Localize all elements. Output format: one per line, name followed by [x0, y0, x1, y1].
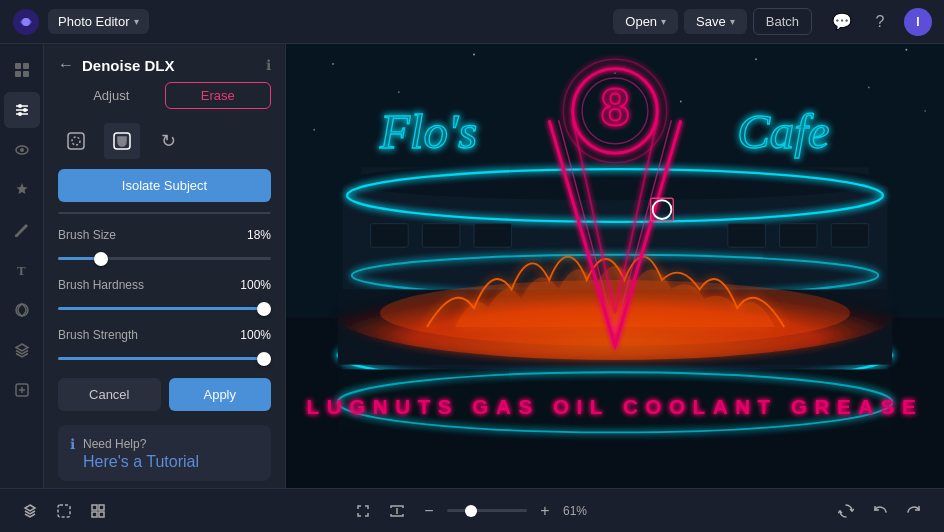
tab-erase-label: Erase [201, 88, 235, 103]
svg-rect-63 [99, 505, 104, 510]
svg-point-23 [332, 63, 334, 65]
bottom-bar: − + 61% [0, 488, 944, 532]
cancel-button[interactable]: Cancel [58, 378, 161, 411]
help-icon-button[interactable]: ? [866, 8, 894, 36]
remove-keep-group: Remove Keep [58, 212, 271, 214]
brush-size-slider[interactable] [58, 257, 271, 260]
tab-adjust[interactable]: Adjust [58, 82, 165, 109]
sliders-section: Brush Size 18% Brush Hardness 100% Brush… [44, 228, 285, 378]
svg-rect-2 [15, 63, 21, 69]
grid-icon-button[interactable] [84, 497, 112, 525]
brush-size-row: Brush Size 18% [58, 228, 271, 264]
undo-button[interactable] [866, 497, 894, 525]
help-tutorial-link[interactable]: Here's a Tutorial [83, 453, 199, 470]
panel-tabs: Adjust Erase [58, 82, 271, 109]
cancel-label: Cancel [89, 387, 129, 402]
tab-erase[interactable]: Erase [165, 82, 272, 109]
save-label: Save [696, 14, 726, 29]
brush-size-label: Brush Size [58, 228, 116, 242]
tool-brush-icon-button[interactable] [58, 123, 94, 159]
app-logo [12, 8, 40, 36]
batch-label: Batch [766, 14, 799, 29]
help-circle-icon: ℹ [70, 436, 75, 452]
svg-point-30 [924, 110, 926, 112]
brush-hardness-slider[interactable] [58, 307, 271, 310]
layers-icon-button[interactable] [16, 497, 44, 525]
svg-text:Flo's: Flo's [379, 105, 477, 160]
svg-text:Cafe: Cafe [737, 105, 829, 160]
zoom-in-button[interactable]: + [533, 499, 557, 523]
iconbar-brush-button[interactable] [4, 212, 40, 248]
svg-point-27 [755, 58, 757, 60]
svg-point-29 [905, 49, 907, 51]
svg-point-25 [473, 54, 475, 56]
app-name-label: Photo Editor [58, 14, 130, 29]
svg-rect-62 [92, 505, 97, 510]
svg-rect-55 [474, 224, 512, 248]
batch-button[interactable]: Batch [753, 8, 812, 35]
canvas-area[interactable]: 8 Flo's Cafe LUGNUTS GAS OIL COOLANT GRE… [286, 44, 944, 488]
svg-rect-54 [422, 224, 460, 248]
info-button[interactable]: ℹ [266, 57, 271, 73]
brush-strength-slider[interactable] [58, 357, 271, 360]
zoom-out-button[interactable]: − [417, 499, 441, 523]
iconbar-home-button[interactable] [4, 52, 40, 88]
keep-button[interactable]: Keep [168, 213, 271, 214]
zoom-slider[interactable] [447, 509, 527, 512]
help-text-block: Need Help? Here's a Tutorial [83, 435, 199, 471]
app-name-button[interactable]: Photo Editor ▾ [48, 9, 149, 34]
iconbar-text-button[interactable]: T [4, 252, 40, 288]
svg-text:T: T [17, 263, 26, 278]
svg-text:8: 8 [601, 78, 630, 136]
svg-point-24 [398, 91, 400, 93]
fit-width-button[interactable] [383, 497, 411, 525]
iconbar-eye-button[interactable] [4, 132, 40, 168]
tool-mask-icon-button[interactable] [104, 123, 140, 159]
icon-bar: T [0, 44, 44, 488]
iconbar-export-button[interactable] [4, 372, 40, 408]
back-button[interactable]: ← [58, 56, 74, 74]
iconbar-effects-button[interactable] [4, 292, 40, 328]
svg-point-28 [868, 86, 870, 88]
open-label: Open [625, 14, 657, 29]
svg-point-19 [72, 137, 80, 145]
open-button[interactable]: Open ▾ [613, 9, 678, 34]
svg-point-31 [313, 129, 315, 131]
brush-hardness-label: Brush Hardness [58, 278, 144, 292]
brush-strength-row: Brush Strength 100% [58, 328, 271, 364]
apply-button[interactable]: Apply [169, 378, 272, 411]
brush-hardness-label-row: Brush Hardness 100% [58, 278, 271, 292]
svg-rect-64 [92, 512, 97, 517]
svg-rect-18 [68, 133, 84, 149]
help-section: ℹ Need Help? Here's a Tutorial [58, 425, 271, 481]
fit-screen-button[interactable] [349, 497, 377, 525]
topbar-actions: Open ▾ Save ▾ Batch [613, 8, 812, 35]
redo-button[interactable] [900, 497, 928, 525]
svg-point-13 [20, 148, 24, 152]
avatar-initial: I [916, 15, 919, 29]
bottom-right-tools [832, 497, 928, 525]
svg-rect-56 [728, 224, 766, 248]
iconbar-magic-button[interactable] [4, 172, 40, 208]
iconbar-adjust-button[interactable] [4, 92, 40, 128]
chat-icon-button[interactable]: 💬 [828, 8, 856, 36]
tool-icons-row: ↻ [44, 119, 285, 169]
svg-rect-65 [99, 512, 104, 517]
panel-title: Denoise DLX [82, 57, 258, 74]
user-avatar[interactable]: I [904, 8, 932, 36]
svg-rect-3 [23, 63, 29, 69]
tool-reset-icon-button[interactable]: ↻ [150, 123, 186, 159]
save-button[interactable]: Save ▾ [684, 9, 747, 34]
svg-point-10 [23, 108, 27, 112]
selection-icon-button[interactable] [50, 497, 78, 525]
save-chevron-icon: ▾ [730, 16, 735, 27]
isolate-subject-button[interactable]: Isolate Subject [58, 169, 271, 202]
svg-point-14 [15, 234, 18, 237]
tab-adjust-label: Adjust [93, 88, 129, 103]
iconbar-layers-button[interactable] [4, 332, 40, 368]
transform-icon-button[interactable] [832, 497, 860, 525]
brush-size-value: 18% [247, 228, 271, 242]
svg-rect-53 [371, 224, 409, 248]
brush-strength-label-row: Brush Strength 100% [58, 328, 271, 342]
apply-label: Apply [203, 387, 236, 402]
